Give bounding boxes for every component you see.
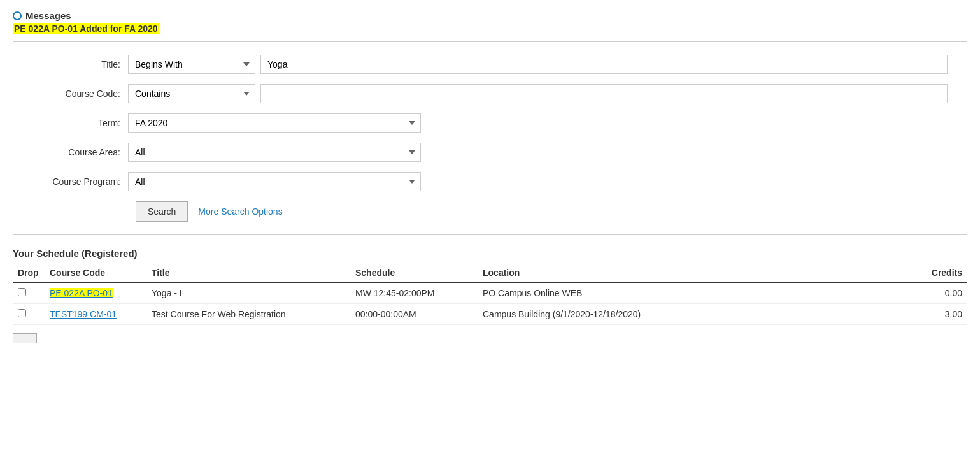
course-code-cell-1: PE 022A PO-01 (45, 282, 146, 304)
term-select[interactable]: FA 2020 SP 2020 SU 2020 (128, 113, 421, 133)
course-area-row: Course Area: All (26, 143, 948, 162)
location-cell-2: Campus Building (9/1/2020-12/18/2020) (478, 304, 916, 325)
credits-cell-2: 3.00 (916, 304, 967, 325)
term-row: Term: FA 2020 SP 2020 SU 2020 (26, 113, 948, 133)
bottom-action-button[interactable] (13, 333, 37, 343)
search-form-box: Title: Begins With Contains Is Exactly C… (13, 41, 967, 235)
course-program-select[interactable]: All (128, 172, 421, 191)
title-cell-2: Test Course For Web Registration (146, 304, 350, 325)
course-code-link-2[interactable]: TEST199 CM-01 (50, 309, 117, 319)
title-controls: Begins With Contains Is Exactly (128, 55, 948, 74)
search-button[interactable]: Search (136, 201, 188, 222)
col-header-title: Title (146, 264, 350, 282)
term-label: Term: (26, 118, 128, 128)
more-search-options-link[interactable]: More Search Options (198, 206, 282, 217)
drop-cell-2 (13, 304, 45, 325)
messages-icon (13, 11, 22, 20)
course-code-operator-select[interactable]: Contains Begins With Is Exactly (128, 84, 255, 103)
course-area-label: Course Area: (26, 147, 128, 157)
location-cell-1: PO Campus Online WEB (478, 282, 916, 304)
course-code-label: Course Code: (26, 89, 128, 99)
course-program-label: Course Program: (26, 177, 128, 187)
messages-highlight: PE 022A PO-01 Added for FA 2020 (13, 24, 967, 34)
messages-section: Messages PE 022A PO-01 Added for FA 2020 (13, 10, 967, 34)
title-operator-select[interactable]: Begins With Contains Is Exactly (128, 55, 255, 74)
title-cell-1: Yoga - I (146, 282, 350, 304)
schedule-cell-2: 00:00-00:00AM (350, 304, 478, 325)
title-row: Title: Begins With Contains Is Exactly (26, 55, 948, 74)
table-row: PE 022A PO-01 Yoga - I MW 12:45-02:00PM … (13, 282, 967, 304)
col-header-schedule: Schedule (350, 264, 478, 282)
form-actions: Search More Search Options (136, 201, 948, 222)
course-code-link-1[interactable]: PE 022A PO-01 (50, 288, 113, 298)
course-code-controls: Contains Begins With Is Exactly (128, 84, 948, 103)
schedule-table: Drop Course Code Title Schedule Location… (13, 264, 967, 325)
col-header-credits: Credits (916, 264, 967, 282)
messages-title: Messages (25, 10, 71, 21)
schedule-cell-1: MW 12:45-02:00PM (350, 282, 478, 304)
table-header-row: Drop Course Code Title Schedule Location… (13, 264, 967, 282)
col-header-drop: Drop (13, 264, 45, 282)
title-value-input[interactable] (260, 55, 948, 74)
title-label: Title: (26, 59, 128, 69)
table-row: TEST199 CM-01 Test Course For Web Regist… (13, 304, 967, 325)
term-controls: FA 2020 SP 2020 SU 2020 (128, 113, 948, 133)
col-header-location: Location (478, 264, 916, 282)
schedule-title: Your Schedule (Registered) (13, 248, 967, 259)
drop-cell-1 (13, 282, 45, 304)
course-program-row: Course Program: All (26, 172, 948, 191)
bottom-hint (13, 330, 967, 343)
credits-cell-1: 0.00 (916, 282, 967, 304)
course-area-select[interactable]: All (128, 143, 421, 162)
drop-checkbox-2[interactable] (18, 309, 26, 317)
course-program-controls: All (128, 172, 948, 191)
drop-checkbox-1[interactable] (18, 288, 26, 296)
messages-highlight-text: PE 022A PO-01 Added for FA 2020 (13, 23, 159, 34)
messages-header: Messages (13, 10, 967, 21)
schedule-section: Your Schedule (Registered) Drop Course C… (13, 248, 967, 343)
course-code-value-input[interactable] (260, 84, 948, 103)
col-header-course-code: Course Code (45, 264, 146, 282)
course-code-row: Course Code: Contains Begins With Is Exa… (26, 84, 948, 103)
course-code-cell-2: TEST199 CM-01 (45, 304, 146, 325)
course-area-controls: All (128, 143, 948, 162)
